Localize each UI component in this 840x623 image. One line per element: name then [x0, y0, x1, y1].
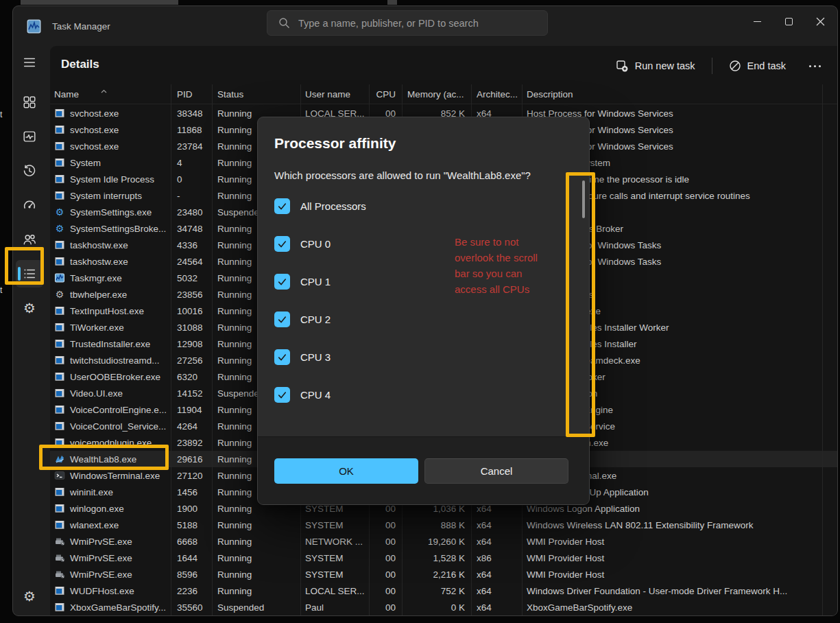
run-new-task-label: Run new task — [635, 60, 695, 71]
cell-pid: 27120 — [171, 467, 212, 484]
cell-desc: Windows Driver Foundation - User-mode Dr… — [522, 583, 822, 599]
ok-button[interactable]: OK — [274, 458, 418, 484]
cell-desc: Windows Wireless LAN 802.11 Extensibilit… — [522, 517, 822, 533]
sidebar-item-app-history[interactable] — [16, 157, 43, 185]
process-name-cell: VoiceControl_Service... — [50, 418, 171, 434]
users-icon — [22, 232, 37, 247]
cell-pid: 2236 — [171, 583, 212, 599]
column-header-status[interactable]: Status — [212, 84, 300, 104]
window-process-icon — [54, 519, 65, 530]
process-name: SystemSettings.exe — [70, 207, 152, 218]
processes-icon — [22, 95, 37, 110]
table-scrollbar-track[interactable] — [822, 84, 823, 615]
minimize-button[interactable] — [741, 8, 773, 35]
cpu-checkbox-row[interactable]: CPU 2 — [274, 311, 366, 327]
process-name: WUDFHost.exe — [70, 586, 134, 596]
taskmgr-process-icon — [54, 272, 65, 283]
wmi-process-icon — [54, 536, 65, 547]
checkbox-checked-icon[interactable] — [274, 236, 290, 252]
sidebar-item-services[interactable]: ⚙ — [16, 294, 43, 322]
column-header-cpu[interactable]: CPU — [369, 84, 402, 104]
performance-icon — [22, 129, 37, 144]
table-row[interactable]: WmiPrvSE.exe6668RunningNETWORK ...0019,2… — [50, 533, 837, 550]
cell-memory: 0 K — [402, 599, 471, 615]
process-name-cell: svchost.exe — [50, 105, 171, 121]
more-options-button[interactable] — [800, 65, 830, 67]
cell-pid: 10016 — [171, 303, 212, 319]
table-row[interactable]: WmiPrvSE.exe8596RunningSYSTEM002,216 Kx6… — [50, 566, 837, 583]
cancel-button[interactable]: Cancel — [424, 458, 568, 484]
annotation-note: Be sure to notoverlook the scrollbar so … — [455, 234, 568, 297]
checkbox-checked-icon[interactable] — [274, 274, 290, 290]
process-name: TiWorker.exe — [70, 322, 124, 333]
cell-pid: 4264 — [171, 418, 212, 434]
history-icon — [22, 163, 37, 178]
sidebar-item-startup-apps[interactable] — [16, 191, 43, 219]
column-header-memory[interactable]: Memory (ac... — [402, 84, 471, 104]
column-divider — [171, 84, 171, 615]
checkbox-checked-icon[interactable] — [274, 387, 290, 403]
table-row[interactable]: WmiPrvSE.exe1644RunningSYSTEM001,528 Kx8… — [50, 550, 837, 566]
process-name-cell: ⚙tbwhelper.exe — [50, 286, 171, 303]
cell-memory: 2,216 K — [402, 566, 471, 583]
cell-pid: 5032 — [171, 270, 212, 286]
close-button[interactable] — [804, 8, 836, 35]
cell-cpu: 00 — [369, 583, 402, 599]
screen: t t Task Manager ⚙ ⚙ — [0, 0, 840, 623]
column-header-label: Memory (ac... — [407, 89, 464, 99]
cpu-checkbox-row[interactable]: CPU 3 — [274, 349, 366, 365]
cpu-checkbox-row[interactable]: CPU 4 — [274, 386, 366, 403]
maximize-button[interactable] — [773, 8, 804, 35]
process-name-cell: WmiPrvSE.exe — [50, 550, 171, 566]
column-header-arch[interactable]: Architec... — [471, 84, 522, 104]
cell-user: LOCAL SER... — [300, 583, 369, 599]
menu-toggle-button[interactable] — [16, 49, 43, 76]
end-task-button[interactable]: End task — [721, 55, 794, 77]
process-name-cell: WUDFHost.exe — [50, 583, 171, 599]
search-box[interactable] — [267, 10, 548, 36]
process-name: WmiPrvSE.exe — [70, 569, 132, 580]
cell-memory: 888 K — [402, 517, 471, 533]
terminal-process-icon — [54, 470, 65, 481]
run-new-task-button[interactable]: Run new task — [607, 54, 704, 78]
annotation-note-line: Be sure to not — [455, 234, 568, 250]
search-input[interactable] — [298, 18, 538, 29]
checkbox-checked-icon[interactable] — [274, 349, 290, 365]
titlebar: Task Manager — [13, 6, 837, 46]
column-header-desc[interactable]: Description — [522, 84, 822, 104]
sidebar-item-performance[interactable] — [16, 123, 43, 150]
process-name: System interrupts — [70, 191, 142, 201]
window-process-icon — [54, 239, 65, 250]
cpu-checkbox-row[interactable]: All Processors — [274, 198, 366, 214]
column-header-user[interactable]: User name — [300, 84, 369, 104]
cell-pid: 34748 — [171, 220, 212, 237]
table-row[interactable]: WUDFHost.exe2236RunningLOCAL SER...00752… — [50, 583, 837, 599]
process-name: twitchstudiostreamd... — [70, 355, 160, 366]
checkbox-checked-icon[interactable] — [274, 198, 290, 214]
window-process-icon — [54, 108, 65, 119]
dialog-question: Which processors are allowed to run "Wea… — [274, 169, 531, 181]
window-process-icon — [54, 256, 65, 267]
checkbox-checked-icon[interactable] — [274, 312, 290, 327]
hamburger-icon — [22, 55, 37, 70]
cell-arch: x64 — [471, 583, 522, 599]
table-row[interactable]: XboxGameBarSpotify...35560SuspendedPaul0… — [50, 599, 837, 615]
cpu-checkbox-row[interactable]: CPU 0 — [274, 235, 366, 252]
sidebar-item-processes[interactable] — [16, 89, 43, 116]
cell-status: Running — [212, 533, 300, 550]
cpu-checkbox-row[interactable]: CPU 1 — [274, 273, 366, 290]
column-header-pid[interactable]: PID — [171, 84, 212, 104]
table-row[interactable]: wlanext.exe5188RunningSYSTEM00888 Kx64Wi… — [50, 517, 837, 533]
process-name-cell: TextInputHost.exe — [50, 303, 171, 319]
window-process-icon — [54, 322, 65, 333]
column-header-name[interactable]: Name — [50, 84, 171, 104]
cell-pid: 5188 — [171, 517, 212, 533]
sidebar-item-settings[interactable]: ⚙ — [16, 583, 43, 610]
cell-user: Paul — [300, 599, 369, 615]
process-name-cell: System interrupts — [50, 187, 171, 204]
window-process-icon — [54, 371, 65, 382]
cell-pid: 6668 — [171, 533, 212, 550]
gearblue-process-icon: ⚙ — [54, 207, 65, 218]
process-name-cell: svchost.exe — [50, 121, 171, 138]
process-name: svchost.exe — [70, 141, 119, 152]
